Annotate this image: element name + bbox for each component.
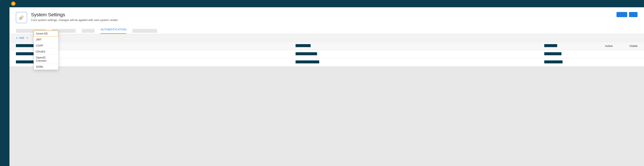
column-header-active[interactable]: Active	[588, 44, 613, 48]
cell-redacted	[544, 52, 562, 55]
column-header-redacted	[296, 44, 310, 47]
content-card: System Settings Core system settings, ch…	[10, 7, 644, 166]
tabs-row: AUTHENTICATION	[10, 25, 644, 34]
dropdown-item-azure-ad[interactable]: Azure AD	[34, 31, 58, 37]
header-text: System Settings Core system settings, ch…	[31, 12, 118, 22]
tab-placeholder[interactable]	[132, 29, 157, 33]
cell-redacted	[544, 60, 562, 63]
dropdown-item-saml[interactable]: SAML	[34, 64, 58, 70]
add-dropdown-menu: Azure AD JWT LDAP OAuth2 OpenID Connect …	[34, 30, 58, 70]
top-bar: O	[10, 0, 644, 7]
dropdown-item-openid-connect[interactable]: OpenID Connect	[34, 55, 58, 64]
add-button-label: Add	[19, 36, 24, 39]
table-row[interactable]	[10, 58, 644, 66]
left-nav-rail	[0, 0, 10, 166]
dropdown-item-oauth2[interactable]: OAuth2	[34, 49, 58, 55]
header-left: System Settings Core system settings, ch…	[16, 12, 118, 23]
cell-redacted	[296, 52, 317, 55]
add-button[interactable]: + Add	[16, 36, 28, 39]
dropdown-item-jwt[interactable]: JWT	[34, 37, 58, 43]
app-shell: O	[0, 0, 644, 166]
tab-placeholder[interactable]	[82, 29, 94, 33]
plus-icon: +	[16, 36, 18, 39]
page-title: System Settings	[31, 12, 118, 17]
auth-providers-grid: Active Visible	[10, 42, 644, 166]
column-header-redacted	[544, 44, 557, 47]
header-action-button-2[interactable]	[629, 12, 638, 17]
avatar-initial: O	[12, 2, 14, 5]
grid-header-row: Active Visible	[10, 42, 644, 50]
action-bar: + Add	[10, 34, 644, 42]
column-header-visible[interactable]: Visible	[612, 44, 638, 48]
main-area: O	[10, 0, 644, 166]
table-row[interactable]	[10, 50, 644, 58]
settings-icon	[16, 12, 27, 23]
header-actions	[616, 12, 638, 17]
svg-point-0	[22, 16, 23, 17]
tab-authentication[interactable]: AUTHENTICATION	[100, 28, 126, 34]
avatar[interactable]: O	[11, 1, 16, 6]
dropdown-item-ldap[interactable]: LDAP	[34, 43, 58, 49]
page-subtitle: Core system settings, changes will be ap…	[31, 18, 118, 22]
cell-redacted	[16, 52, 36, 55]
dropdown-pointer-icon	[26, 37, 28, 39]
header-action-button-1[interactable]	[616, 12, 627, 17]
svg-point-1	[20, 18, 22, 19]
cell-redacted	[296, 60, 319, 63]
page-header: System Settings Core system settings, ch…	[10, 7, 644, 25]
